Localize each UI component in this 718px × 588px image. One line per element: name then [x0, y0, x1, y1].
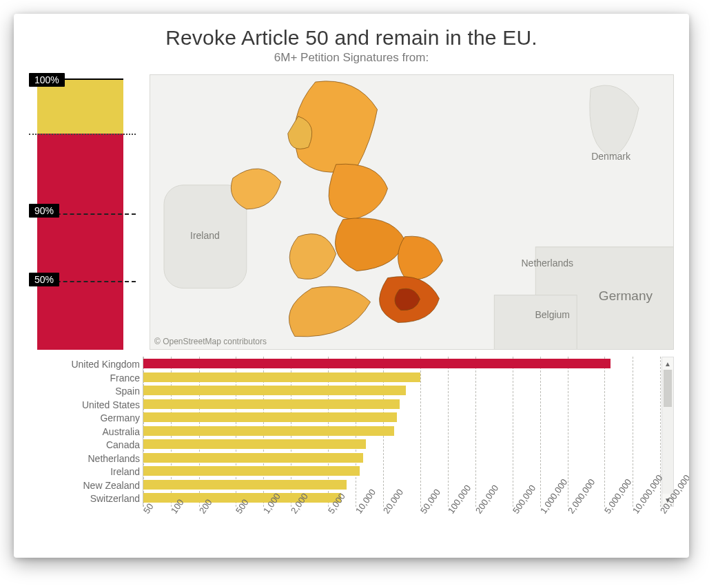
svg-rect-1 [494, 295, 577, 350]
bar-labels: United KingdomFranceSpainUnited StatesGe… [29, 357, 143, 507]
map-label-netherlands: Netherlands [522, 258, 574, 269]
bar[interactable] [143, 439, 366, 449]
bar-label: Ireland [110, 465, 140, 478]
bar[interactable] [143, 466, 360, 476]
x-gridline [420, 357, 421, 507]
map-svg [150, 75, 673, 350]
bar-scrollbar[interactable]: ▲ ▼ [661, 357, 674, 507]
stack-gridline [29, 134, 136, 135]
x-gridline [448, 357, 449, 507]
bar[interactable] [143, 359, 611, 368]
pct-label-100: 100% [29, 73, 65, 87]
stacked-share-chart[interactable]: 100% 90% 50% [29, 74, 143, 350]
bar-label: Germany [100, 412, 140, 424]
map-label-denmark: Denmark [591, 151, 630, 162]
pct-label-50: 50% [29, 273, 59, 286]
bar-label: Spain [115, 385, 140, 397]
page-subtitle: 6M+ Petition Signatures from: [29, 51, 674, 65]
page-title: Revoke Article 50 and remain in the EU. [29, 26, 674, 50]
map-label-belgium: Belgium [535, 309, 570, 320]
bar-label: Australia [103, 426, 140, 438]
bar[interactable] [143, 372, 420, 382]
dashboard-card: Revoke Article 50 and remain in the EU. … [14, 14, 689, 558]
scroll-up-button[interactable]: ▲ [662, 357, 673, 370]
bar[interactable] [143, 399, 400, 409]
pct-label-90: 90% [29, 204, 59, 218]
bar-label: United Kingdom [71, 358, 140, 370]
bar-label: New Zealand [83, 479, 141, 492]
bar-label: Switzerland [90, 492, 140, 505]
map-label-ireland: Ireland [190, 230, 220, 241]
stack-uk-share [37, 134, 123, 350]
x-gridline [604, 357, 605, 507]
map-label-germany: Germany [599, 288, 653, 304]
bar[interactable] [143, 386, 406, 395]
x-gridline [475, 357, 476, 507]
bar-label: France [110, 372, 140, 384]
map-attribution: © OpenStreetMap contributors [154, 337, 267, 346]
axis-labels: 501002005001,0002,0005,00010,00020,00050… [143, 510, 659, 551]
choropleth-map[interactable]: Ireland Denmark Netherlands Belgium Germ… [150, 74, 674, 350]
bar[interactable] [143, 453, 363, 463]
bar-label: United States [82, 399, 140, 411]
bar[interactable] [143, 426, 394, 436]
bar-label: Netherlands [88, 452, 141, 465]
upper-row: 100% 90% 50% [29, 74, 674, 350]
bar[interactable] [143, 480, 347, 490]
bar[interactable] [143, 412, 397, 422]
bar-label: Canada [106, 439, 140, 451]
country-bar-chart[interactable]: United KingdomFranceSpainUnited StatesGe… [29, 357, 674, 558]
x-gridline [540, 357, 541, 507]
scroll-thumb[interactable] [664, 370, 672, 407]
bar-plot [143, 357, 659, 507]
x-gridline [513, 357, 513, 507]
